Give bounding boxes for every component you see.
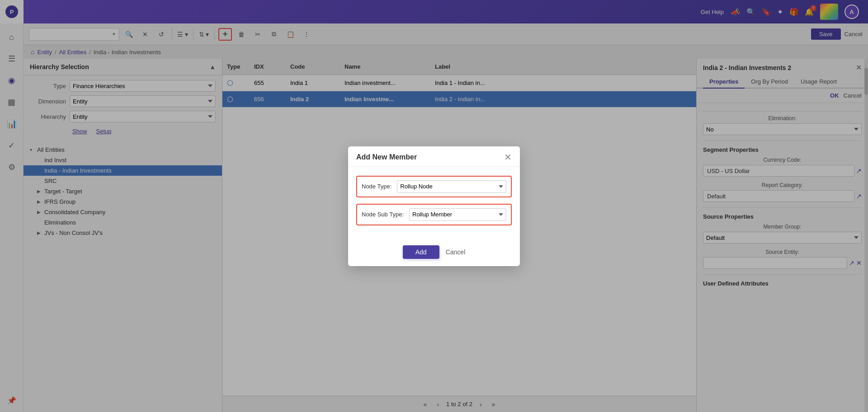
node-sub-type-select[interactable]: Rollup Member Base Member — [409, 208, 506, 221]
modal-footer: Add Cancel — [348, 241, 520, 266]
modal-close-btn[interactable]: ✕ — [504, 153, 512, 162]
add-new-member-modal: Add New Member ✕ Node Type: Rollup Node … — [348, 146, 520, 266]
node-sub-type-label: Node Sub Type: — [362, 211, 404, 218]
modal-cancel-button[interactable]: Cancel — [446, 245, 466, 259]
node-type-select[interactable]: Rollup Node Base Node — [397, 180, 506, 193]
node-type-field: Node Type: Rollup Node Base Node — [356, 176, 512, 197]
modal-overlay: Add New Member ✕ Node Type: Rollup Node … — [0, 0, 868, 412]
modal-title: Add New Member — [356, 153, 417, 161]
modal-add-button[interactable]: Add — [403, 245, 439, 259]
modal-header: Add New Member ✕ — [348, 146, 520, 167]
node-type-label: Node Type: — [362, 183, 392, 190]
node-sub-type-field: Node Sub Type: Rollup Member Base Member — [356, 204, 512, 225]
modal-body: Node Type: Rollup Node Base Node Node Su… — [348, 167, 520, 241]
